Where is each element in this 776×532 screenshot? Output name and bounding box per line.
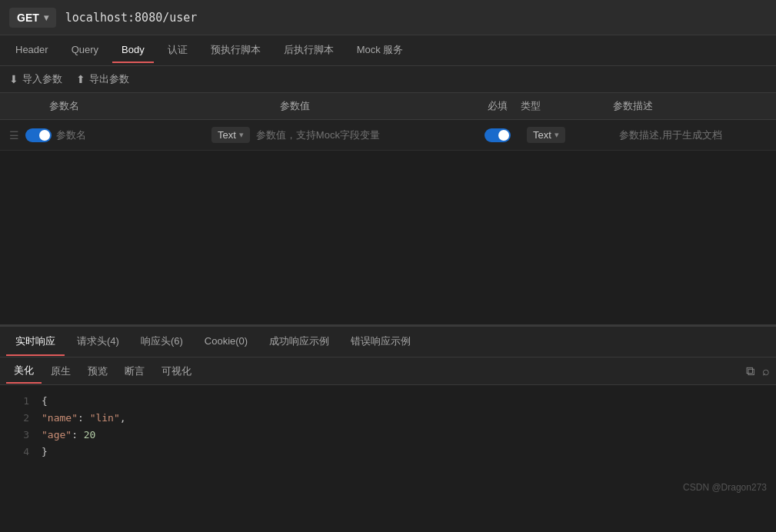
url-display: localhost:8080/user xyxy=(65,11,767,25)
col-header-name: 参数名 xyxy=(49,99,280,113)
credit-text: CSDN @Dragon273 xyxy=(683,482,767,493)
json-line: 4} xyxy=(0,444,776,461)
view-tab-可视化[interactable]: 可视化 xyxy=(154,360,199,383)
tab-后执行脚本[interactable]: 后执行脚本 xyxy=(275,37,343,65)
json-line: 2 "name": "lin", xyxy=(0,410,776,427)
json-line: 1{ xyxy=(0,393,776,410)
tab2-错误响应示例[interactable]: 错误响应示例 xyxy=(341,328,420,356)
param-type2-selector[interactable]: Text ▾ xyxy=(527,127,565,143)
upper-panel: HeaderQueryBody认证预执行脚本后执行脚本Mock 服务 ⬇ 导入参… xyxy=(0,35,776,324)
tab-Query[interactable]: Query xyxy=(62,38,108,63)
line-content: { xyxy=(42,393,48,410)
params-table-header: 参数名 参数值 必填 类型 参数描述 xyxy=(0,93,776,120)
main-content: HeaderQueryBody认证预执行脚本后执行脚本Mock 服务 ⬇ 导入参… xyxy=(0,35,776,532)
top-bar: GET ▾ localhost:8080/user xyxy=(0,0,776,35)
drag-handle-icon[interactable]: ☰ xyxy=(9,129,19,141)
col-header-type: 类型 xyxy=(521,99,613,113)
tab-row-1: HeaderQueryBody认证预执行脚本后执行脚本Mock 服务 xyxy=(0,35,776,66)
copy-icon[interactable]: ⧉ xyxy=(746,364,754,378)
param-type2-chevron-icon: ▾ xyxy=(555,130,559,140)
method-selector[interactable]: GET ▾ xyxy=(9,8,56,28)
view-tab-美化[interactable]: 美化 xyxy=(6,359,42,384)
empty-area xyxy=(0,151,776,324)
export-label: 导出参数 xyxy=(89,72,129,86)
param-required-toggle[interactable] xyxy=(485,128,511,142)
json-area: 1{2 "name": "lin",3 "age": 204} xyxy=(0,385,776,477)
tab-预执行脚本[interactable]: 预执行脚本 xyxy=(201,37,270,65)
search-icon[interactable]: ⌕ xyxy=(762,364,770,378)
method-chevron-icon: ▾ xyxy=(44,12,48,23)
tab-row-2: 实时响应请求头(4)响应头(6)Cookie(0)成功响应示例错误响应示例 xyxy=(0,327,776,357)
line-number: 1 xyxy=(6,393,29,410)
param-type-label: Text xyxy=(218,129,236,141)
line-number: 2 xyxy=(6,410,29,427)
export-params-button[interactable]: ⬆ 导出参数 xyxy=(76,72,129,86)
import-params-button[interactable]: ⬇ 导入参数 xyxy=(9,72,62,86)
lower-panel: 实时响应请求头(4)响应头(6)Cookie(0)成功响应示例错误响应示例 美化… xyxy=(0,324,776,532)
view-row: 美化原生预览断言可视化 ⧉ ⌕ xyxy=(0,357,776,385)
import-label: 导入参数 xyxy=(22,72,62,86)
col-header-value: 参数值 xyxy=(280,99,475,113)
params-row: ☰ Text ▾ Text ▾ xyxy=(0,120,776,151)
import-icon: ⬇ xyxy=(9,73,18,85)
export-icon: ⬆ xyxy=(76,73,85,85)
view-tab-断言[interactable]: 断言 xyxy=(117,360,152,383)
tab2-实时响应[interactable]: 实时响应 xyxy=(6,328,65,356)
view-tab-预览[interactable]: 预览 xyxy=(80,360,115,383)
line-number: 4 xyxy=(6,444,29,461)
param-name-input[interactable] xyxy=(52,128,205,142)
col-header-desc: 参数描述 xyxy=(613,99,767,113)
tab2-请求头(4)[interactable]: 请求头(4) xyxy=(68,328,128,356)
tab2-Cookie(0)[interactable]: Cookie(0) xyxy=(195,329,257,354)
tab-认证[interactable]: 认证 xyxy=(158,37,197,65)
tab2-成功响应示例[interactable]: 成功响应示例 xyxy=(260,328,338,356)
line-content: "age": 20 xyxy=(42,427,95,444)
method-label: GET xyxy=(17,12,39,24)
tab-Header[interactable]: Header xyxy=(6,38,58,63)
param-toggle[interactable] xyxy=(25,128,52,142)
line-content: "name": "lin", xyxy=(42,410,126,427)
tab2-响应头(6)[interactable]: 响应头(6) xyxy=(132,328,192,356)
tab-Body[interactable]: Body xyxy=(112,38,154,63)
param-value-input[interactable] xyxy=(250,128,475,142)
footer: CSDN @Dragon273 xyxy=(0,477,776,497)
param-type-selector[interactable]: Text ▾ xyxy=(211,127,250,143)
action-row: ⬇ 导入参数 ⬆ 导出参数 xyxy=(0,66,776,93)
tab-Mock 服务[interactable]: Mock 服务 xyxy=(348,37,413,65)
param-desc-input[interactable] xyxy=(613,128,767,142)
param-type2-label: Text xyxy=(533,129,551,141)
param-type-chevron-icon: ▾ xyxy=(239,130,244,140)
json-line: 3 "age": 20 xyxy=(0,427,776,444)
col-header-required: 必填 xyxy=(475,99,521,113)
line-content: } xyxy=(42,444,48,461)
view-tab-原生[interactable]: 原生 xyxy=(43,360,78,383)
line-number: 3 xyxy=(6,427,29,444)
